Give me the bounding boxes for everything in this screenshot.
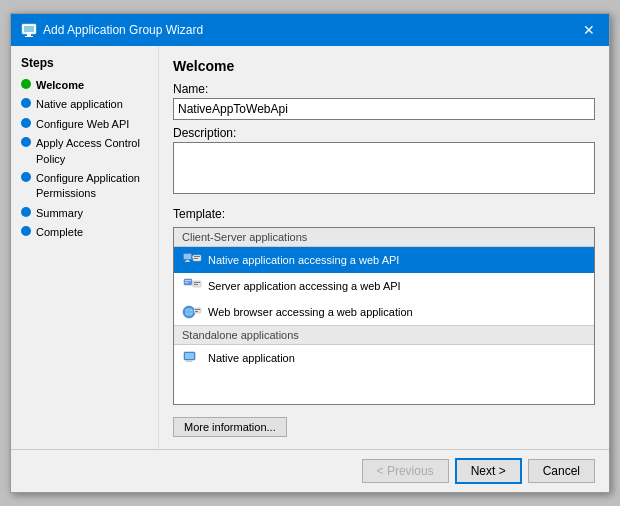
sidebar-dot-welcome bbox=[21, 79, 31, 89]
template-item-label: Native application bbox=[208, 352, 295, 364]
title-bar-left: Add Application Group Wizard bbox=[21, 22, 203, 38]
template-item-native-app[interactable]: Native application bbox=[174, 345, 594, 371]
description-field-group: Description: bbox=[173, 126, 595, 197]
dialog-title: Add Application Group Wizard bbox=[43, 23, 203, 37]
name-input[interactable] bbox=[173, 98, 595, 120]
name-field-group: Name: bbox=[173, 82, 595, 120]
server-app-icon bbox=[182, 374, 509, 405]
svg-rect-2 bbox=[27, 34, 31, 36]
svg-rect-7 bbox=[185, 261, 190, 262]
cancel-button[interactable]: Cancel bbox=[528, 459, 595, 483]
svg-rect-10 bbox=[194, 258, 198, 259]
main-content: Welcome Name: Description: Template: Cli… bbox=[159, 46, 609, 449]
description-input[interactable] bbox=[173, 142, 595, 194]
template-item-label: Server application accessing a web API bbox=[208, 280, 401, 292]
svg-rect-9 bbox=[194, 256, 200, 257]
sidebar-item-complete[interactable]: Complete bbox=[11, 223, 158, 242]
previous-button[interactable]: < Previous bbox=[362, 459, 449, 483]
group-standalone: Standalone applications bbox=[174, 325, 594, 345]
svg-rect-22 bbox=[194, 308, 201, 313]
template-item-server-app[interactable]: Server application bbox=[174, 371, 594, 405]
sidebar-dot-summary bbox=[21, 207, 31, 217]
template-item-server-web-api[interactable]: Server application accessing a web API bbox=[174, 273, 594, 299]
next-button[interactable]: Next > bbox=[455, 458, 522, 484]
svg-rect-16 bbox=[194, 282, 200, 283]
template-item-label: Native application accessing a web API bbox=[208, 254, 399, 266]
sidebar-dot-configure-web-api bbox=[21, 118, 31, 128]
dialog-body: Steps Welcome Native application Configu… bbox=[11, 46, 609, 449]
description-label: Description: bbox=[173, 126, 595, 140]
svg-rect-24 bbox=[195, 311, 198, 312]
svg-rect-23 bbox=[195, 309, 200, 310]
sidebar-dot-complete bbox=[21, 226, 31, 236]
svg-rect-6 bbox=[186, 260, 189, 261]
sidebar-dot-configure-permissions bbox=[21, 172, 31, 182]
dialog-footer: < Previous Next > Cancel bbox=[11, 449, 609, 492]
sidebar-item-configure-web-api[interactable]: Configure Web API bbox=[11, 115, 158, 134]
sidebar-item-access-control[interactable]: Apply Access Control Policy bbox=[11, 134, 158, 169]
sidebar-dot-native bbox=[21, 98, 31, 108]
svg-rect-17 bbox=[194, 284, 198, 285]
template-list: Client-Server applications Native applic… bbox=[173, 227, 595, 405]
sidebar-heading: Steps bbox=[11, 56, 158, 76]
page-title: Welcome bbox=[173, 58, 595, 74]
title-bar: Add Application Group Wizard ✕ bbox=[11, 14, 609, 46]
svg-rect-27 bbox=[187, 360, 191, 361]
sidebar-item-summary[interactable]: Summary bbox=[11, 204, 158, 223]
sidebar-dot-access-control bbox=[21, 137, 31, 147]
more-info-button[interactable]: More information... bbox=[173, 417, 287, 437]
group-client-server: Client-Server applications bbox=[174, 228, 594, 247]
browser-web-app-icon bbox=[182, 302, 202, 322]
dialog: Add Application Group Wizard ✕ Steps Wel… bbox=[10, 13, 610, 493]
svg-rect-1 bbox=[24, 26, 34, 32]
svg-rect-14 bbox=[185, 282, 188, 283]
close-button[interactable]: ✕ bbox=[579, 20, 599, 40]
svg-rect-28 bbox=[186, 361, 192, 362]
template-item-browser-web-app[interactable]: Web browser accessing a web application bbox=[174, 299, 594, 325]
svg-rect-5 bbox=[184, 254, 191, 259]
sidebar-item-configure-permissions[interactable]: Configure Application Permissions bbox=[11, 169, 158, 204]
sidebar: Steps Welcome Native application Configu… bbox=[11, 46, 159, 449]
native-app-icon bbox=[182, 348, 202, 368]
dialog-icon bbox=[21, 22, 37, 38]
name-label: Name: bbox=[173, 82, 595, 96]
svg-rect-13 bbox=[185, 280, 191, 281]
svg-rect-3 bbox=[25, 36, 33, 37]
svg-rect-26 bbox=[185, 353, 194, 359]
native-web-api-icon bbox=[182, 250, 202, 270]
template-label: Template: bbox=[173, 207, 595, 221]
template-item-label: Web browser accessing a web application bbox=[208, 306, 413, 318]
template-item-native-web-api[interactable]: Native application accessing a web API bbox=[174, 247, 594, 273]
sidebar-item-welcome[interactable]: Welcome bbox=[11, 76, 158, 95]
server-web-api-icon bbox=[182, 276, 202, 296]
sidebar-item-native[interactable]: Native application bbox=[11, 95, 158, 114]
